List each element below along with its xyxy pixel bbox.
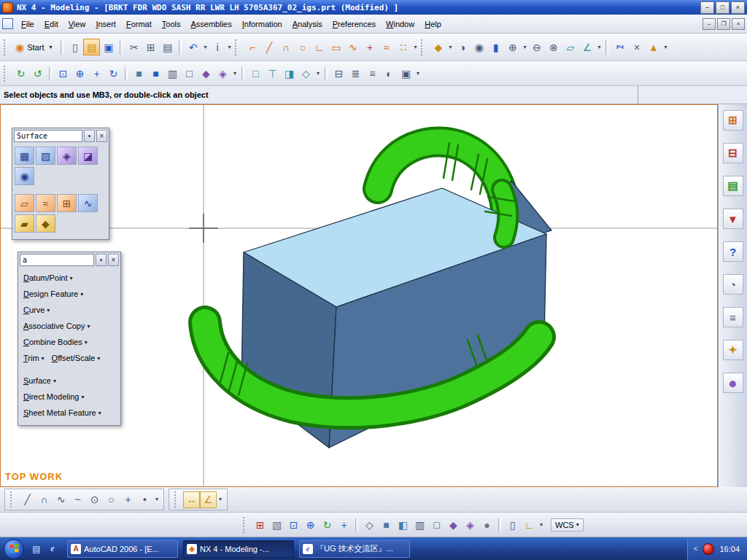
through-points-icon[interactable]: ▦ <box>15 147 34 165</box>
pattern-curve-icon[interactable]: ∷ <box>395 39 411 55</box>
wireframe-cube-icon[interactable]: □ <box>428 516 445 533</box>
intersect-icon[interactable]: ⊗ <box>545 39 562 55</box>
cmd-design-feature[interactable]: Design Feature ▾ ▾ <box>18 286 120 302</box>
datum-plane-icon[interactable]: ▱ <box>562 39 578 55</box>
command-finder-icon[interactable]: i <box>209 39 225 55</box>
circle-icon[interactable]: ○ <box>103 491 120 508</box>
sketch-point-icon[interactable]: + <box>361 39 378 55</box>
show-desktop-icon[interactable]: ▤ <box>30 542 43 556</box>
pan-view-icon[interactable]: + <box>336 516 352 533</box>
menu-preferences[interactable]: Preferences <box>328 18 381 31</box>
surface-palette-titlebar[interactable]: Surface ▾ × <box>12 128 109 144</box>
alert-icon[interactable]: ▲ <box>645 39 662 55</box>
hidden-edges-icon[interactable]: ▥ <box>411 516 428 533</box>
separator[interactable] <box>125 67 128 80</box>
zoom-in-out-icon[interactable]: ⊕ <box>302 516 319 533</box>
extrude-icon[interactable]: ◆ <box>430 39 446 55</box>
top-view-icon[interactable]: ⊤ <box>264 65 281 82</box>
bounded-plane-icon[interactable]: ▰ <box>15 214 34 233</box>
circle-center-icon[interactable]: ⊙ <box>86 491 103 508</box>
menu-view[interactable]: View <box>63 18 91 31</box>
menu-insert[interactable]: Insert <box>90 18 121 31</box>
front-view-icon[interactable]: □ <box>247 65 264 82</box>
p4-icon[interactable]: P4 <box>611 39 628 55</box>
point-icon[interactable]: + <box>120 491 136 508</box>
start-menu-button[interactable]: ◉ Start ▾ <box>12 40 58 55</box>
minimize-button[interactable]: – <box>700 1 714 14</box>
menu-file[interactable]: File <box>16 18 39 31</box>
sphere-display-icon[interactable]: ● <box>479 516 495 533</box>
views-dropdown-icon[interactable]: ▾ <box>314 65 322 82</box>
command-palette-titlebar[interactable]: a ▾ × <box>18 252 120 268</box>
through-mesh-icon[interactable]: ▨ <box>36 147 55 165</box>
chevron-down-icon[interactable]: ▾ <box>84 130 95 142</box>
sketch-arc-icon[interactable]: ∩ <box>277 39 294 55</box>
line-icon[interactable]: ╱ <box>19 491 36 508</box>
regenerate-work-icon[interactable]: ↺ <box>29 65 46 82</box>
toolbar-grip[interactable] <box>4 66 9 82</box>
object-display-icon[interactable]: ▣ <box>398 65 414 82</box>
section-icon[interactable]: ⊟ <box>330 65 347 82</box>
wireframe-icon[interactable]: □ <box>181 65 198 82</box>
close-icon[interactable]: × <box>96 130 107 142</box>
close-button[interactable]: × <box>731 1 745 14</box>
cmd-associative-copy[interactable]: Associative Copy ▾ ▾ <box>18 318 120 334</box>
partially-shaded-icon[interactable]: ◧ <box>395 516 411 533</box>
fit-view-icon[interactable]: ⊡ <box>55 65 71 82</box>
subtract-icon[interactable]: ⊖ <box>528 39 545 55</box>
rotate-icon[interactable]: ↻ <box>319 516 336 533</box>
shaded-cube-icon[interactable]: ■ <box>378 516 395 533</box>
toolbar-grip[interactable] <box>421 39 426 55</box>
internet-explorer-icon[interactable]: e <box>46 542 59 556</box>
separator[interactable] <box>325 67 328 80</box>
studio-surface-icon[interactable]: ◈ <box>57 147 77 165</box>
studio-spline-icon[interactable]: ∿ <box>344 39 361 55</box>
block-icon[interactable]: ▮ <box>487 39 504 55</box>
layer-settings-icon[interactable]: ≣ <box>347 65 364 82</box>
fillet-icon[interactable]: ∟ <box>311 39 328 55</box>
studio-display-icon[interactable]: ◆ <box>198 65 214 82</box>
part-navigator-icon[interactable]: ▤ <box>723 176 743 196</box>
arc-icon[interactable]: ∩ <box>36 491 53 508</box>
extrude-dropdown-icon[interactable]: ▾ <box>446 39 454 55</box>
menu-assemblies[interactable]: Assemblies <box>185 18 236 31</box>
cmd-sheet-metal-feature[interactable]: Sheet Metal Feature ▾ ▾ <box>18 405 120 421</box>
feature-dropdown-icon[interactable]: ▾ <box>595 39 603 55</box>
clip-section-icon[interactable]: ▯ <box>504 516 521 533</box>
surface-palette-combo[interactable]: Surface <box>14 130 82 142</box>
perspective-icon[interactable]: ◇ <box>361 516 378 533</box>
save-icon[interactable]: ▣ <box>100 39 117 55</box>
mdi-minimize-button[interactable]: – <box>703 18 716 30</box>
menu-information[interactable]: Information <box>237 18 287 31</box>
swept-surface-icon[interactable]: ◪ <box>78 147 98 165</box>
cmd-curve[interactable]: Curve ▾ ▾ <box>18 302 120 318</box>
background-icon[interactable]: ▧ <box>268 516 285 533</box>
command-palette-combo[interactable]: a <box>20 254 94 266</box>
profile-icon[interactable]: ⌐ <box>244 39 260 55</box>
sketch-circle-icon[interactable]: ○ <box>294 39 311 55</box>
hole-icon[interactable]: ◉ <box>471 39 487 55</box>
reuse-library-icon[interactable]: ▼ <box>723 209 743 229</box>
face-edges-icon[interactable]: ◈ <box>462 516 479 533</box>
isometric-view-icon[interactable]: ◇ <box>298 65 314 82</box>
chevron-down-icon[interactable]: ▾ <box>96 254 107 266</box>
security-tray-icon[interactable] <box>703 543 714 555</box>
cmd-direct-modeling[interactable]: Direct Modeling ▾ ▾ <box>18 389 120 405</box>
help-icon[interactable]: ? <box>723 241 743 262</box>
toolbar-grip[interactable] <box>10 491 15 508</box>
offset-curve-icon[interactable]: ≈ <box>378 39 395 55</box>
separator[interactable] <box>241 67 244 80</box>
sketch-line-icon[interactable]: ╱ <box>260 39 277 55</box>
cmd-datum-point[interactable]: Datum/Point ▾ ▾ <box>18 270 120 286</box>
separator[interactable] <box>355 518 358 532</box>
history-icon[interactable]: ◔ <box>723 274 743 295</box>
conic-icon[interactable]: ~ <box>69 491 86 508</box>
undo-dropdown-icon[interactable]: ▾ <box>201 39 209 55</box>
wireframe-dim-icon[interactable]: ▥ <box>164 65 181 82</box>
materials-icon[interactable]: ✦ <box>723 340 743 360</box>
spline-icon[interactable]: ∿ <box>53 491 69 508</box>
separator[interactable] <box>49 67 52 80</box>
menu-window[interactable]: Window <box>381 18 419 31</box>
nx-app-icon[interactable] <box>2 2 13 13</box>
start-button[interactable] <box>4 539 24 559</box>
